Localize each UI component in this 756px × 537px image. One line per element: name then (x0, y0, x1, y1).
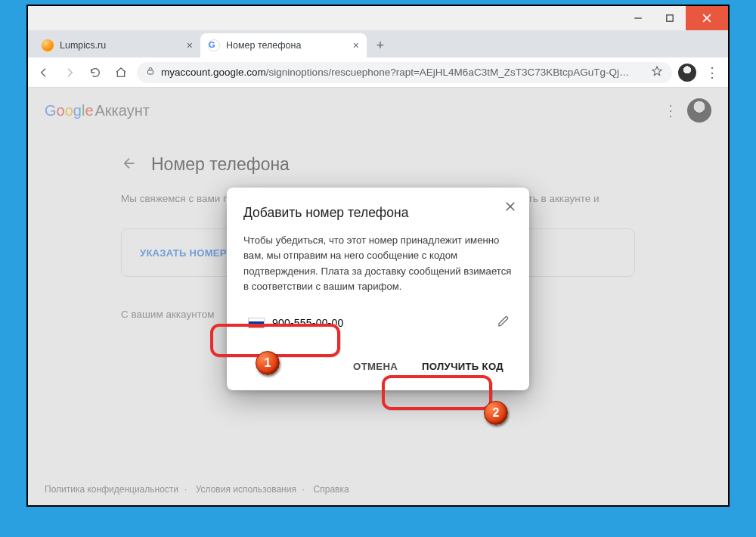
bookmark-star-icon[interactable] (651, 65, 663, 79)
page-footer: Политика конфиденциальности· Условия исп… (45, 484, 349, 495)
window-titlebar (28, 6, 728, 30)
cancel-button[interactable]: ОТМЕНА (344, 355, 407, 378)
page-back-button[interactable] (121, 155, 138, 175)
nav-home-button[interactable] (111, 63, 131, 82)
tab-phone-number[interactable]: G Номер телефона × (200, 33, 367, 57)
close-icon (702, 14, 711, 23)
dialog-body-text: Чтобы убедиться, что этот номер принадле… (243, 233, 513, 295)
annotation-badge-1: 1 (256, 351, 280, 375)
get-code-button[interactable]: ПОЛУЧИТЬ КОД (413, 355, 513, 378)
favicon-icon (42, 39, 54, 51)
minimize-icon (634, 14, 643, 23)
annotation-badge-2: 2 (484, 401, 508, 425)
address-bar: myaccount.google.com/signinoptions/rescu… (28, 57, 728, 88)
window-maximize-button[interactable] (654, 6, 686, 30)
page-viewport: GoogleАккаунт ⋮ Номер телефона Мы свяжем… (28, 88, 728, 505)
nav-reload-button[interactable] (85, 63, 105, 82)
browser-window: Lumpics.ru × G Номер телефона × + myacco… (26, 5, 730, 507)
app-header: GoogleАккаунт ⋮ (28, 88, 728, 133)
edit-phone-button[interactable] (497, 315, 510, 331)
set-phone-button[interactable]: УКАЗАТЬ НОМЕР Т (140, 247, 236, 259)
dialog-title: Добавить номер телефона (243, 204, 440, 222)
browser-menu-button[interactable]: ⋮ (702, 64, 722, 81)
page-title: Номер телефона (151, 154, 290, 175)
svg-rect-4 (148, 70, 153, 74)
window-close-button[interactable] (686, 6, 728, 30)
new-tab-button[interactable]: + (367, 33, 394, 57)
tab-close-button[interactable]: × (353, 39, 359, 51)
nav-forward-button[interactable] (60, 63, 79, 82)
app-more-menu-button[interactable]: ⋮ (663, 101, 678, 120)
svg-rect-1 (667, 15, 673, 21)
tab-strip: Lumpics.ru × G Номер телефона × + (28, 30, 728, 57)
tab-close-button[interactable]: × (187, 39, 193, 51)
lock-icon (146, 67, 155, 78)
favicon-icon: G (208, 39, 220, 51)
maximize-icon (665, 14, 674, 23)
profile-avatar-button[interactable] (678, 64, 696, 82)
account-avatar-button[interactable] (687, 98, 711, 123)
footer-privacy-link[interactable]: Политика конфиденциальности (45, 484, 178, 495)
footer-terms-link[interactable]: Условия использования (196, 484, 296, 495)
phone-number-value: 900-555-00-00 (272, 317, 343, 329)
nav-back-button[interactable] (34, 63, 54, 82)
tab-title: Номер телефона (226, 40, 347, 51)
flag-ru-icon (248, 318, 265, 328)
footer-help-link[interactable]: Справка (314, 484, 349, 495)
tab-title: Lumpics.ru (60, 40, 181, 51)
omnibox[interactable]: myaccount.google.com/signinoptions/rescu… (137, 62, 672, 83)
dialog-close-button[interactable] (503, 200, 517, 216)
url-text: myaccount.google.com/signinoptions/rescu… (161, 67, 645, 78)
google-logo: GoogleАккаунт (45, 102, 150, 120)
tab-lumpics[interactable]: Lumpics.ru × (34, 33, 200, 57)
window-minimize-button[interactable] (622, 6, 654, 30)
phone-number-row: 900-555-00-00 (243, 308, 513, 338)
